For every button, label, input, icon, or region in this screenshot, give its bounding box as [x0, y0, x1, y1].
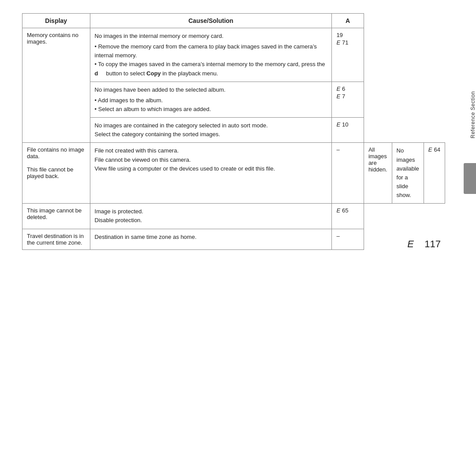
- table-row: Memory contains no images. No images in …: [22, 28, 445, 82]
- a-cell-file: –: [332, 143, 364, 204]
- page-number: 117: [424, 238, 441, 249]
- bold-d-icon: d: [95, 70, 98, 77]
- page-container: Display Cause/Solution A Memory contains…: [0, 0, 476, 263]
- display-cell-memory: Memory contains no images.: [22, 28, 90, 143]
- a-cell-deleted: E65: [332, 204, 364, 229]
- footer-prefix: E: [407, 238, 414, 249]
- header-a: A: [332, 14, 364, 28]
- reference-section-label: Reference Section: [470, 88, 476, 141]
- a-7: 7: [342, 93, 345, 100]
- bold-copy: Copy: [146, 70, 161, 77]
- a-e6: E: [336, 86, 340, 92]
- a-64: 64: [434, 146, 440, 153]
- table-row: This image cannot be deleted. Image is p…: [22, 204, 445, 229]
- display-cell-deleted: This image cannot be deleted.: [22, 204, 90, 229]
- reference-table: Display Cause/Solution A Memory contains…: [22, 13, 445, 250]
- cause-cell-3: No images are contained in the category …: [90, 118, 332, 143]
- a-value-19: 19: [336, 32, 342, 38]
- a-e7: E: [336, 93, 340, 100]
- a-e65: E: [336, 207, 340, 214]
- cause-cell-travel: Destination in same time zone as home.: [90, 229, 332, 249]
- cause-cell-file: File not created with this camera. File …: [90, 143, 332, 204]
- a-cell-travel: –: [332, 229, 364, 249]
- display-cell-travel: Travel destination is in the current tim…: [22, 229, 90, 249]
- cause-cell-2: No images have been added to the selecte…: [90, 82, 332, 117]
- cause-cell-hidden: No images available for a slide show.: [392, 143, 424, 204]
- a-10: 10: [342, 121, 348, 128]
- a-cell-3: E10: [332, 118, 364, 143]
- a-dash-travel: –: [336, 233, 339, 239]
- cause-cell-1: No images in the internal memory or memo…: [90, 28, 332, 82]
- reference-tab: [464, 163, 476, 194]
- a-65: 65: [342, 207, 348, 214]
- a-value-e71: E: [336, 39, 340, 46]
- header-cause: Cause/Solution: [90, 14, 332, 28]
- a-cell-1: 19 E71: [332, 28, 364, 82]
- display-cell-hidden: All images are hidden.: [364, 143, 392, 204]
- display-cell-file: File contains no image data.This file ca…: [22, 143, 90, 204]
- header-display: Display: [22, 14, 90, 28]
- a-e64: E: [428, 146, 432, 153]
- a-6: 6: [342, 86, 345, 92]
- a-cell-hidden: E64: [424, 143, 445, 204]
- a-num-71: 71: [342, 39, 348, 46]
- table-row: Travel destination is in the current tim…: [22, 229, 445, 249]
- a-dash-file: –: [336, 146, 339, 153]
- a-cell-2: E6 E7: [332, 82, 364, 117]
- cause-cell-deleted: Image is protected. Disable protection.: [90, 204, 332, 229]
- a-e10: E: [336, 121, 340, 128]
- page-footer: E 117: [407, 238, 441, 250]
